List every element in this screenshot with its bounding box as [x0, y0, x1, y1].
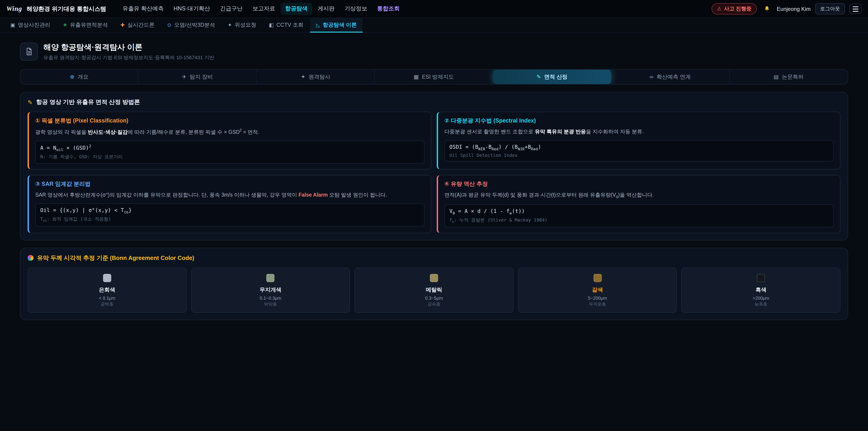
nav-aerial-search[interactable]: 항공탐색: [281, 3, 312, 15]
pencil-icon: ✎: [28, 99, 33, 105]
page-title: 해양 항공탐색·원격탐사 이론: [43, 42, 214, 53]
tile-thickness-range: 0.3~5μm: [359, 296, 509, 301]
plane-icon: ✈: [182, 74, 186, 80]
link-icon: ∞: [650, 74, 653, 80]
logo-wordmark: Wing: [6, 5, 22, 13]
method-card-pixel-classification: ① 픽셀 분류법 (Pixel Classification) 광학 영상의 각…: [28, 112, 431, 170]
thickness-tile-black: 흑색 >200μm 농축층: [682, 268, 840, 313]
user-name: Eunjeong Kim: [777, 6, 811, 12]
nav-hns-air-diffusion[interactable]: HNS·대기확산: [169, 3, 215, 15]
tile-name: 무지개색: [195, 286, 346, 294]
incident-status-badge[interactable]: ⚠ 사고 진행중: [711, 3, 757, 14]
nav-emergency-rescue[interactable]: 긴급구난: [215, 3, 247, 15]
formula-block: OSDI = (BNIR-BRed) / (BNIR+BRed) Oil Spi…: [444, 140, 834, 162]
tile-layer-label: 금속층: [359, 302, 509, 307]
nav-oil-spill-prediction[interactable]: 유출유 확산예측: [118, 3, 168, 15]
tile-layer-label: 광택층: [32, 302, 182, 307]
tile-name: 은회색: [32, 286, 182, 294]
subtab-label: 위성요청: [235, 21, 256, 29]
tile-thickness-range: >200μm: [686, 296, 836, 301]
tab-overview[interactable]: ⊕ 개요: [20, 70, 138, 84]
color-swatch: [593, 274, 601, 282]
method-description: 광학 영상의 각 픽셀을 반사도·색상·질감에 따라 기름/해수로 분류, 분류…: [35, 128, 425, 136]
tile-name: 흑색: [686, 286, 836, 294]
subtab-aerial-theory[interactable]: ◺ 항공탐색 이론: [310, 18, 363, 33]
tab-label: ESI 방제지도: [422, 73, 454, 81]
color-swatch: [757, 274, 765, 282]
subtab-label: 항공탐색 이론: [323, 21, 357, 29]
tab-remote-sensing[interactable]: ✦ 원격탐사: [257, 70, 375, 84]
formula-block: V0 = A × d / (1 - fe(t)) fe: 누적 증발분 (Sti…: [444, 204, 834, 227]
thickness-tiles: 은회색 < 0.1μm 광택층 무지개색 0.1~0.3μm 박막층 메탈릭 0…: [28, 268, 840, 313]
formula-note: fe: 누적 증발분 (Stiver & Mackay 1984): [450, 217, 829, 224]
tile-name: 갈색: [522, 286, 673, 294]
nav-bulletin-board[interactable]: 게시판: [313, 3, 339, 15]
method-description: SAR 영상에서 후방산란계수(σ°)의 임계값 이하를 유막으로 판정합니다.…: [35, 191, 425, 199]
map-grid-icon: ▦: [414, 74, 419, 80]
subtab-realtime-drone[interactable]: ✚ 실시간드론: [115, 18, 160, 33]
tab-diffusion-prediction-link[interactable]: ∞ 확산예측 연계: [611, 70, 730, 84]
nav-weather-info[interactable]: 기상정보: [340, 3, 372, 15]
incident-status-label: 사고 진행중: [724, 5, 751, 12]
subtab-oil-area-analysis[interactable]: ✳ 유출유면적분석: [57, 18, 114, 33]
page-subtitle: 유출유 원격탐지·항공감시 기법·ESI 방제정보지도·등록특허 10-1567…: [43, 54, 214, 61]
analysis-burst-icon: ✳: [63, 22, 67, 27]
tab-papers-patents[interactable]: ▤ 논문특허: [730, 70, 848, 84]
formula: V0 = A × d / (1 - fe(t)): [450, 208, 829, 215]
app-logo[interactable]: Wing: [6, 5, 22, 13]
method-title: ③ SAR 임계값 분리법: [35, 180, 425, 188]
subtab-label: 유출유면적분석: [70, 21, 108, 29]
method-card-sar-threshold: ③ SAR 임계값 분리법 SAR 영상에서 후방산란계수(σ°)의 임계값 이…: [28, 175, 431, 233]
thickness-tile-silver-gray: 은회색 < 0.1μm 광택층: [28, 268, 186, 313]
method-card-volume-back-estimation: ④ 유량 역산 추정 면적(A)과 평균 유막 두께(d) 및 풍화 경과 시간…: [437, 175, 840, 233]
logout-button[interactable]: 로그아웃: [815, 3, 845, 14]
app-title: 해양환경 위기대응 통합시스템: [27, 5, 106, 13]
app-root: Wing 해양환경 위기대응 통합시스템 유출유 확산예측 HNS·대기확산 긴…: [0, 0, 868, 431]
tab-label: 논문특허: [782, 73, 804, 81]
bonn-heading-text: 유막 두께 시각적 추정 기준 (Bonn Agreement Color Co…: [37, 254, 194, 262]
tab-label: 원격탐사: [309, 73, 330, 81]
area-methods-panel: ✎ 항공 영상 기반 유출유 면적 산정 방법론 ① 픽셀 분류법 (Pixel…: [20, 92, 848, 241]
drone-icon: ✚: [121, 22, 125, 27]
color-swatch: [430, 274, 438, 282]
methods-heading-text: 항공 영상 기반 유출유 면적 산정 방법론: [36, 98, 140, 106]
photo-icon: ▣: [10, 22, 15, 27]
tile-thickness-range: < 0.1μm: [32, 296, 182, 301]
methods-grid: ① 픽셀 분류법 (Pixel Classification) 광학 영상의 각…: [28, 112, 840, 233]
bonn-section-heading: 유막 두께 시각적 추정 기준 (Bonn Agreement Color Co…: [28, 254, 840, 262]
method-title: ② 다중분광 지수법 (Spectral Index): [444, 117, 834, 125]
tab-label: 확산예측 연계: [657, 73, 691, 81]
subtab-label: CCTV 조회: [276, 21, 304, 29]
tab-esi-map[interactable]: ▦ ESI 방제지도: [375, 70, 493, 84]
formula: A = Noil × (GSD)2: [40, 144, 420, 152]
method-title: ④ 유량 역산 추정: [444, 180, 834, 188]
subtab-image-photo-management[interactable]: ▣ 영상사진관리: [4, 18, 56, 33]
subtab-cctv-view[interactable]: ◧ CCTV 조회: [263, 18, 309, 33]
method-title: ① 픽셀 분류법 (Pixel Classification): [35, 117, 425, 125]
bonn-color-code-panel: 유막 두께 시각적 추정 기준 (Bonn Agreement Color Co…: [20, 248, 848, 320]
tab-detection-equipment[interactable]: ✈ 탐지 장비: [138, 70, 257, 84]
sub-nav: ▣ 영상사진관리 ✳ 유출유면적분석 ✚ 실시간드론 ⊙ 오염/선박3D분석 ✦…: [0, 18, 868, 33]
subtab-satellite-request[interactable]: ✦ 위성요청: [222, 18, 262, 33]
formula-block: Oil = {(x,y) | σ°(x,y) < Tth} Tth: 최적 임계…: [35, 203, 425, 226]
globe-icon: ⊕: [70, 74, 74, 80]
formula-note: Oil Spill Detection Index: [450, 153, 829, 158]
satellite-icon: ✦: [228, 22, 232, 27]
color-swatch: [103, 274, 111, 282]
tile-layer-label: 두꺼운층: [522, 302, 673, 307]
formula-note: N: 기름 픽셀수, GSD: 지상 표본거리: [40, 154, 420, 160]
notification-bell-icon[interactable]: [762, 3, 772, 14]
page-header: 해양 항공탐색·원격탐사 이론 유출유 원격탐지·항공감시 기법·ESI 방제정…: [20, 42, 848, 61]
warning-icon: ⚠: [717, 6, 721, 11]
tab-area-calculation[interactable]: ✎ 면적 산정: [493, 70, 611, 84]
subtab-pollution-ship-3d[interactable]: ⊙ 오염/선박3D분석: [161, 18, 221, 33]
method-description: 면적(A)과 평균 유막 두께(d) 및 풍화 경과 시간(t)으로부터 원래 …: [444, 191, 834, 200]
formula: OSDI = (BNIR-BRed) / (BNIR+BRed): [450, 144, 829, 151]
methods-section-heading: ✎ 항공 영상 기반 유출유 면적 산정 방법론: [28, 98, 840, 106]
nav-report-materials[interactable]: 보고자료: [248, 3, 280, 15]
tile-layer-label: 박막층: [195, 302, 346, 307]
nav-integrated-query[interactable]: 통합조회: [373, 3, 404, 15]
thickness-tile-brown: 갈색 5~200μm 두꺼운층: [518, 268, 677, 313]
menu-button[interactable]: [849, 4, 862, 14]
tile-thickness-range: 0.1~0.3μm: [195, 296, 346, 301]
